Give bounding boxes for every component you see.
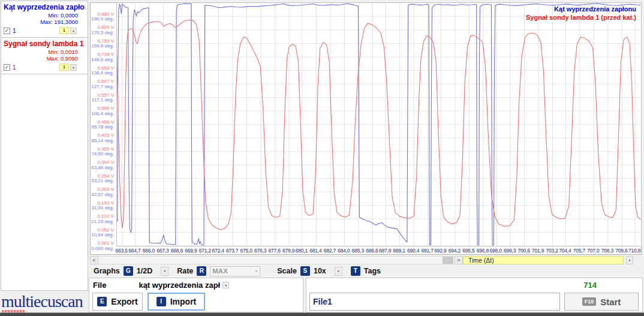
- x-tick-label: 695,5: [462, 248, 474, 254]
- chevron-down-icon: ▼: [255, 269, 258, 273]
- x-tick-label: 701,9: [532, 248, 544, 254]
- chart-legend: Kąt wyprzedzenia zapłonu Sygnał sondy la…: [526, 5, 636, 22]
- signal-list-panel: Kąt wyprzedzenia zapłonu Min: 0,0000 Max…: [1, 1, 88, 291]
- y-tick-label: 0,153 V31,93 deg.: [91, 200, 114, 210]
- scrollbar-track[interactable]: [98, 256, 455, 264]
- signal-title: Sygnał sondy lambda 1 (prze: [4, 40, 85, 48]
- x-tick-label: 677,6: [269, 248, 281, 254]
- scroll-right-button[interactable]: >: [455, 256, 463, 264]
- chart-hscrollbar: < > Time (Δt) ▼: [90, 256, 642, 264]
- y-tick-label: 0,102 V21,29 deg.: [91, 214, 114, 224]
- start-button[interactable]: F10 Start: [564, 293, 639, 311]
- sample-counter: 714: [583, 281, 597, 290]
- signal-channel: 1: [13, 28, 16, 34]
- chart-canvas: [117, 3, 641, 246]
- y-tick-label: 0,001 V0,000 deg.: [91, 241, 114, 251]
- run-panel: 714 F10 Start: [306, 278, 643, 312]
- start-key-badge: F10: [582, 297, 597, 306]
- signal-max: Max: 0,9090: [4, 55, 78, 62]
- x-tick-label: 690,4: [407, 248, 419, 254]
- y-tick-label: 0,607 V127,7 deg.: [91, 79, 114, 89]
- chart-area: 0,860 V180,9 deg.0,809 V170,3 deg.0,759 …: [90, 2, 642, 255]
- x-tick-label: 703,2: [546, 248, 558, 254]
- rate-key-badge[interactable]: R: [197, 266, 206, 276]
- y-axis-labels: 0,860 V180,9 deg.0,809 V170,3 deg.0,759 …: [91, 2, 116, 246]
- signal-checkbox[interactable]: ✓: [4, 64, 10, 71]
- x-tick-label: 708,3: [601, 248, 613, 254]
- rate-label: Rate: [177, 267, 193, 275]
- app-logo: multiecuscan: [1, 292, 88, 311]
- signal-title: Kąt wyprzedzenia zapłonu: [4, 3, 85, 11]
- x-tick-label: 676,3: [254, 248, 266, 254]
- x-tick-label: 682,7: [324, 248, 336, 254]
- x-tick-label: 710,8: [628, 248, 640, 254]
- export-button[interactable]: E Export: [92, 293, 143, 311]
- y-tick-label: 0,708 V149,0 deg.: [91, 52, 114, 62]
- signal-checkbox[interactable]: ✓: [4, 28, 10, 34]
- x-tick-label: 694,2: [449, 248, 461, 254]
- x-tick-label: 663,5: [116, 248, 128, 254]
- x-tick-label: 671,2: [199, 248, 211, 254]
- y-tick-label: 0,506 V106,4 deg.: [91, 106, 114, 116]
- signal-scale-select[interactable]: 1: [59, 27, 69, 34]
- x-tick-label: 696,8: [477, 248, 489, 254]
- x-tick-label: 707,0: [587, 248, 599, 254]
- x-tick-label: 689,1: [393, 248, 405, 254]
- tags-key-badge[interactable]: T: [351, 266, 360, 276]
- curve-lambda: [117, 20, 640, 230]
- import-button[interactable]: I Import: [148, 293, 205, 311]
- import-key-badge: I: [157, 297, 166, 306]
- graphs-value[interactable]: 1/2D: [137, 267, 152, 275]
- chevron-down-icon[interactable]: ▼: [626, 256, 633, 264]
- x-tick-label: 680,1: [296, 248, 308, 254]
- rate-select[interactable]: MAX ▼: [210, 266, 260, 276]
- x-tick-label: 672,4: [212, 248, 224, 254]
- signal-min: Min: 0,0000: [4, 12, 78, 19]
- legend-entry-lambda: Sygnał sondy lambda 1 (przed kat.): [526, 13, 636, 22]
- x-tick-label: 681,4: [309, 248, 321, 254]
- y-tick-label: 0,355 V74,50 deg.: [91, 146, 114, 157]
- file-panel: File kąt wyprzedzenia zapł ▼ E Export I …: [89, 278, 303, 312]
- y-tick-label: 0,759 V159,6 deg.: [91, 38, 114, 49]
- y-tick-label: 0,557 V117,1 deg.: [92, 92, 114, 103]
- scroll-left-button[interactable]: <: [90, 256, 98, 264]
- x-tick-label: 673,7: [226, 248, 238, 254]
- window-bottom-edge: [0, 312, 644, 316]
- x-tick-label: 692,9: [434, 248, 446, 254]
- y-tick-label: 0,405 V85,14 deg.: [91, 133, 114, 143]
- legend-entry-angle: Kąt wyprzedzenia zapłonu: [526, 5, 636, 13]
- chevron-down-icon[interactable]: ▼: [70, 64, 77, 71]
- plot-area[interactable]: Kąt wyprzedzenia zapłonu Sygnał sondy la…: [116, 2, 642, 246]
- x-tick-label: 685,3: [352, 248, 364, 254]
- x-tick-label: 668,6: [171, 248, 183, 254]
- chevron-down-icon[interactable]: ▼: [222, 282, 229, 288]
- graphs-dropdown-icon[interactable]: ▼: [161, 267, 168, 276]
- x-axis-selector[interactable]: Time (Δt): [463, 256, 624, 264]
- x-tick-label: 709,6: [615, 248, 627, 254]
- x-tick-label: 678,9: [282, 248, 294, 254]
- x-tick-label: 698,0: [489, 248, 501, 254]
- scale-label: Scale: [277, 267, 297, 275]
- x-tick-label: 705,7: [573, 248, 585, 254]
- tags-label[interactable]: Tags: [364, 267, 381, 275]
- graphs-key-badge[interactable]: G: [124, 266, 133, 276]
- y-tick-label: 0,456 V95,78 deg.: [91, 119, 114, 130]
- chart-toolbar: Graphs G 1/2D ▼ Rate R MAX ▼ Scale S 10x…: [90, 265, 642, 277]
- filename-input[interactable]: [309, 293, 560, 311]
- signal-min: Min: 0,0010: [4, 49, 78, 55]
- signal-max: Max: 191,3000: [4, 19, 78, 25]
- scale-dropdown-icon[interactable]: ▼: [335, 267, 342, 276]
- scale-value[interactable]: 10x: [314, 267, 326, 275]
- file-signal-selector[interactable]: kąt wyprzedzenia zapł: [139, 281, 220, 290]
- scale-key-badge[interactable]: S: [300, 266, 310, 276]
- x-tick-label: 675,0: [240, 248, 252, 254]
- scrollbar-thumb[interactable]: [443, 257, 453, 264]
- signal-panel-angle: Kąt wyprzedzenia zapłonu Min: 0,0000 Max…: [1, 1, 88, 38]
- x-tick-label: 666,0: [143, 248, 155, 254]
- x-tick-label: 667,3: [157, 248, 168, 254]
- signal-scale-select[interactable]: 1: [59, 64, 69, 71]
- chevron-down-icon[interactable]: ▼: [70, 28, 77, 34]
- x-tick-label: 699,3: [504, 248, 516, 254]
- y-tick-label: 0,860 V180,9 deg.: [91, 11, 114, 22]
- x-tick-label: 691,7: [421, 248, 433, 254]
